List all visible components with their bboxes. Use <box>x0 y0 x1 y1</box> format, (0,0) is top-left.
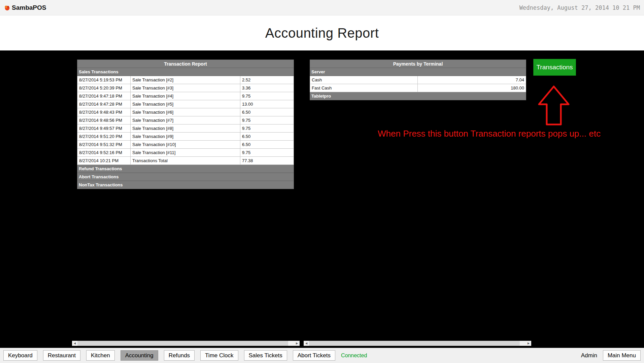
table-cell: Fast Cash <box>310 84 418 92</box>
table-row: 8/27/2014 9:47:28 PMSale Transaction [#5… <box>77 100 294 108</box>
scroll-left-arrow-icon[interactable]: ◀ <box>304 341 309 346</box>
page-title: Accounting Report <box>265 26 379 41</box>
table-row: 8/27/2014 9:51:32 PMSale Transaction [#1… <box>77 141 294 149</box>
table-cell: 8/27/2014 9:52:16 PM <box>77 149 131 156</box>
scroll-left-arrow-icon[interactable]: ◀ <box>72 341 77 346</box>
scroll-right-arrow-icon[interactable]: ▶ <box>526 341 531 346</box>
table-cell: Sale Transaction [#4] <box>131 92 240 100</box>
table-cell: 180.00 <box>418 84 526 92</box>
table-cell: Cash <box>310 76 418 84</box>
main-menu-button[interactable]: Main Menu <box>603 350 641 361</box>
table-cell: 9.75 <box>240 92 294 100</box>
nav-button-sales-tickets[interactable]: Sales Tickets <box>244 350 287 361</box>
table-cell: Transactions Total <box>131 157 240 165</box>
table-cell: 2.52 <box>240 76 294 84</box>
nav-button-time-clock[interactable]: Time Clock <box>200 350 238 361</box>
table-cell: Sale Transaction [#10] <box>131 141 240 148</box>
scrollbar-thumb[interactable] <box>309 341 520 346</box>
nav-buttons: KeyboardRestaurantKitchenAccountingRefun… <box>3 350 335 361</box>
brand-name: SambaPOS <box>12 4 46 11</box>
nav-button-accounting[interactable]: Accounting <box>121 350 158 361</box>
connection-status: Connected <box>341 353 367 359</box>
table-cell: Sale Transaction [#3] <box>131 84 240 92</box>
brand: SambaPOS <box>4 4 46 11</box>
table-cell: Sale Transaction [#7] <box>131 116 240 124</box>
h-scrollbar-left[interactable]: ◀ ▶ <box>72 341 300 346</box>
table-cell: 8/27/2014 9:47:28 PM <box>77 100 131 108</box>
sambapos-window: SambaPOS Wednesday, August 27, 2014 10 2… <box>0 0 644 363</box>
annotation-arrow-up-icon <box>537 85 570 126</box>
table-cell: 3.36 <box>240 84 294 92</box>
h-scrollbar-right[interactable]: ◀ ▶ <box>304 341 531 346</box>
sambapos-logo-icon <box>4 5 10 11</box>
table-cell: 9.75 <box>240 124 294 132</box>
scrollbar-thumb[interactable] <box>77 341 288 346</box>
table-cell: 8/27/2014 5:20:39 PM <box>77 84 131 92</box>
table-cell: 7.04 <box>418 76 526 84</box>
nav-button-abort-tickets[interactable]: Abort Tickets <box>293 350 335 361</box>
table-cell: 8/27/2014 10:21 PM <box>77 157 131 165</box>
table-cell: 6.50 <box>240 108 294 116</box>
table-body: ServerCash7.04Fast Cash180.00Tabletpro <box>310 68 526 100</box>
payments-by-terminal-table: Payments by Terminal ServerCash7.04Fast … <box>310 60 526 100</box>
section-row: Sales Transactions <box>77 68 294 76</box>
table-cell: 8/27/2014 9:48:43 PM <box>77 108 131 116</box>
table-cell: 8/27/2014 5:19:53 PM <box>77 76 131 84</box>
table-row: 8/27/2014 5:19:53 PMSale Transaction [#2… <box>77 76 294 84</box>
table-cell: Sale Transaction [#2] <box>131 76 240 84</box>
section-row: Tabletpro <box>310 92 526 100</box>
table-row: 8/27/2014 9:52:16 PMSale Transaction [#1… <box>77 149 294 157</box>
table-cell: Sale Transaction [#9] <box>131 133 240 140</box>
annotation-text: When Press this button Transaction repor… <box>378 129 601 139</box>
table-body: Sales Transactions8/27/2014 5:19:53 PMSa… <box>77 68 294 189</box>
nav-button-keyboard[interactable]: Keyboard <box>3 350 37 361</box>
transaction-report-table: Transaction Report Sales Transactions8/2… <box>77 60 294 189</box>
clock-datetime: Wednesday, August 27, 2014 10 21 PM <box>519 4 640 11</box>
table-cell: 13.00 <box>240 100 294 108</box>
table-cell: 8/27/2014 9:48:56 PM <box>77 116 131 124</box>
table-cell: 8/27/2014 9:51:20 PM <box>77 133 131 140</box>
table-title: Transaction Report <box>77 60 294 68</box>
section-row: Refund Transactions <box>77 165 294 173</box>
table-row: 8/27/2014 5:20:39 PMSale Transaction [#3… <box>77 84 294 92</box>
table-cell: Sale Transaction [#6] <box>131 108 240 116</box>
nav-button-kitchen[interactable]: Kitchen <box>86 350 115 361</box>
table-row: 8/27/2014 9:51:20 PMSale Transaction [#9… <box>77 133 294 141</box>
section-row: NonTax Transactions <box>77 181 294 189</box>
logged-in-user: Admin <box>581 352 597 359</box>
table-row: 8/27/2014 9:48:56 PMSale Transaction [#7… <box>77 116 294 124</box>
table-cell: 8/27/2014 9:51:32 PM <box>77 141 131 148</box>
table-cell: Sale Transaction [#11] <box>131 149 240 156</box>
section-row: Server <box>310 68 526 76</box>
scroll-right-arrow-icon[interactable]: ▶ <box>294 341 300 346</box>
table-row: Cash7.04 <box>310 76 526 84</box>
table-cell: 6.50 <box>240 133 294 140</box>
table-row: 8/27/2014 9:48:43 PMSale Transaction [#6… <box>77 108 294 116</box>
table-cell: 77.38 <box>240 157 294 165</box>
table-row: 8/27/2014 10:21 PMTransactions Total77.3… <box>77 157 294 165</box>
table-row: Fast Cash180.00 <box>310 84 526 92</box>
nav-button-refunds[interactable]: Refunds <box>164 350 195 361</box>
table-cell: 8/27/2014 9:47:18 PM <box>77 92 131 100</box>
section-row: Abort Transactions <box>77 173 294 181</box>
top-bar: SambaPOS Wednesday, August 27, 2014 10 2… <box>0 0 644 15</box>
table-row: 8/27/2014 9:47:18 PMSale Transaction [#4… <box>77 92 294 100</box>
table-row: 8/27/2014 9:49:57 PMSale Transaction [#8… <box>77 124 294 133</box>
table-cell: 8/27/2014 9:49:57 PM <box>77 124 131 132</box>
table-cell: Sale Transaction [#5] <box>131 100 240 108</box>
table-cell: 9.75 <box>240 116 294 124</box>
table-cell: Sale Transaction [#8] <box>131 124 240 132</box>
bottom-nav-bar: KeyboardRestaurantKitchenAccountingRefun… <box>0 348 644 363</box>
table-cell: 9.75 <box>240 149 294 156</box>
table-cell: 6.50 <box>240 141 294 148</box>
nav-button-restaurant[interactable]: Restaurant <box>43 350 80 361</box>
table-title: Payments by Terminal <box>310 60 526 68</box>
title-area: Accounting Report <box>0 15 644 50</box>
transactions-button[interactable]: Transactions <box>533 59 576 76</box>
report-area: Transaction Report Sales Transactions8/2… <box>0 50 644 348</box>
